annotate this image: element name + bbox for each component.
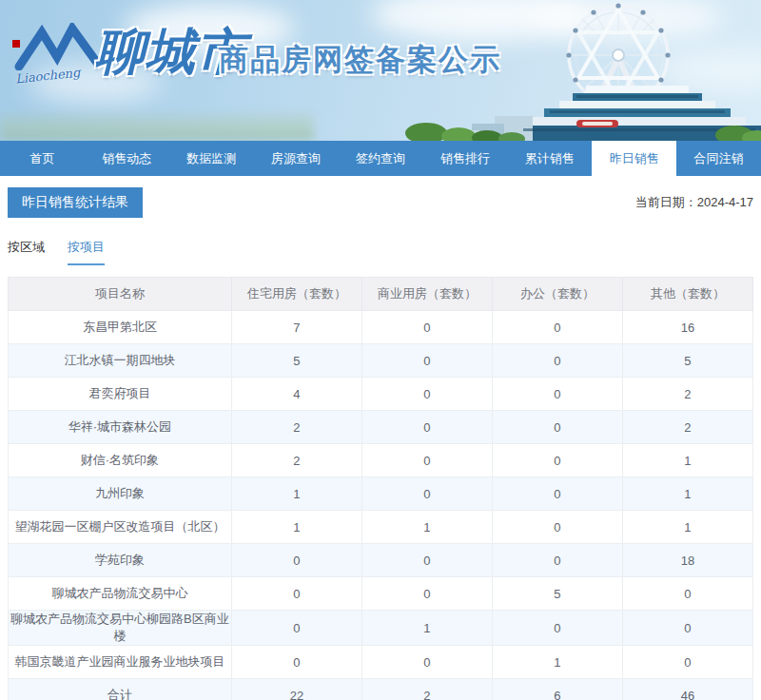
column-header-office: 办公（套数） bbox=[492, 278, 622, 311]
project-name-cell: 合计 bbox=[9, 679, 232, 700]
count-cell: 2 bbox=[231, 444, 361, 477]
count-cell: 1 bbox=[622, 511, 752, 544]
project-name-cell: 聊城农产品物流交易中心柳园路B区商业楼 bbox=[9, 611, 232, 646]
table-row: 聊城农产品物流交易中心柳园路B区商业楼0100 bbox=[9, 611, 753, 646]
tab-by-project[interactable]: 按项目 bbox=[68, 239, 105, 265]
count-cell: 1 bbox=[231, 477, 361, 511]
count-cell: 1 bbox=[231, 511, 361, 544]
site-logo[interactable]: Liaocheng bbox=[11, 23, 102, 86]
header-banner: Liaocheng 聊城市 商品房网签备案公示 bbox=[0, 0, 761, 141]
project-name-cell: 学苑印象 bbox=[9, 544, 232, 577]
project-name-cell: 韩国京畿道产业园商业服务业地块项目 bbox=[9, 646, 232, 679]
table-row: 江北水镇一期四地块5005 bbox=[9, 344, 753, 378]
liaocheng-logo-icon bbox=[11, 23, 102, 70]
count-cell: 0 bbox=[361, 544, 492, 577]
column-header-other: 其他（套数） bbox=[622, 278, 752, 311]
project-name-cell: 九州印象 bbox=[9, 477, 232, 511]
nav-item-home[interactable]: 首页 bbox=[0, 141, 85, 176]
count-cell: 0 bbox=[492, 411, 622, 444]
nav-item-data-monitoring[interactable]: 数据监测 bbox=[169, 141, 254, 176]
count-cell: 0 bbox=[231, 611, 361, 646]
project-name-cell: 望湖花园一区棚户区改造项目（北区） bbox=[9, 511, 232, 544]
count-cell: 0 bbox=[361, 646, 492, 679]
view-tabs: 按区域 按项目 bbox=[8, 239, 753, 265]
count-cell: 0 bbox=[492, 444, 622, 477]
count-cell: 0 bbox=[361, 344, 492, 378]
count-cell: 5 bbox=[231, 344, 361, 378]
count-cell: 0 bbox=[622, 577, 752, 611]
main-nav: 首页 销售动态 数据监测 房源查询 签约查询 销售排行 累计销售 昨日销售 合同… bbox=[0, 141, 761, 176]
table-row: 华祥·城市森林公园2002 bbox=[9, 411, 753, 444]
count-cell: 0 bbox=[622, 646, 752, 679]
project-name-cell: 聊城农产品物流交易中心 bbox=[9, 577, 232, 611]
count-cell: 1 bbox=[622, 444, 752, 477]
table-row: 韩国京畿道产业园商业服务业地块项目0010 bbox=[9, 646, 753, 679]
table-row: 聊城农产品物流交易中心0050 bbox=[9, 577, 753, 611]
count-cell: 0 bbox=[492, 544, 622, 577]
count-cell: 0 bbox=[361, 411, 492, 444]
count-cell: 0 bbox=[361, 477, 492, 511]
nav-item-contract-cancellation[interactable]: 合同注销 bbox=[676, 141, 761, 176]
nav-item-housing-search[interactable]: 房源查询 bbox=[254, 141, 339, 176]
column-header-project: 项目名称 bbox=[9, 278, 232, 311]
section-title-badge: 昨日销售统计结果 bbox=[8, 187, 143, 218]
project-name-cell: 华祥·城市森林公园 bbox=[9, 411, 232, 444]
sales-statistics-table: 项目名称 住宅用房（套数） 商业用房（套数） 办公（套数） 其他（套数） 东昌甲… bbox=[8, 277, 753, 700]
count-cell: 1 bbox=[492, 646, 622, 679]
count-cell: 2 bbox=[622, 378, 752, 411]
project-name-cell: 财信·名筑印象 bbox=[9, 444, 232, 477]
column-header-residential: 住宅用房（套数） bbox=[231, 278, 361, 311]
column-header-commercial: 商业用房（套数） bbox=[361, 278, 492, 311]
count-cell: 22 bbox=[231, 679, 361, 700]
riverbank-illustration bbox=[0, 108, 314, 141]
count-cell: 0 bbox=[492, 511, 622, 544]
project-name-cell: 江北水镇一期四地块 bbox=[9, 344, 232, 378]
nav-item-yesterday-sales[interactable]: 昨日销售 bbox=[592, 141, 676, 176]
table-header-row: 项目名称 住宅用房（套数） 商业用房（套数） 办公（套数） 其他（套数） bbox=[9, 278, 753, 311]
count-cell: 2 bbox=[622, 411, 752, 444]
count-cell: 7 bbox=[231, 311, 361, 344]
current-date: 当前日期：2024-4-17 bbox=[635, 194, 753, 211]
count-cell: 0 bbox=[361, 444, 492, 477]
main-content: 昨日销售统计结果 当前日期：2024-4-17 按区域 按项目 项目名称 住宅用… bbox=[0, 176, 761, 700]
table-row: 学苑印象00018 bbox=[9, 544, 753, 577]
nav-item-cumulative-sales[interactable]: 累计销售 bbox=[507, 141, 592, 176]
table-row: 财信·名筑印象2001 bbox=[9, 444, 753, 477]
nav-item-sales-ranking[interactable]: 销售排行 bbox=[422, 141, 507, 176]
tab-by-region[interactable]: 按区域 bbox=[8, 239, 45, 265]
count-cell: 46 bbox=[622, 679, 752, 700]
count-cell: 4 bbox=[231, 378, 361, 411]
count-cell: 5 bbox=[492, 577, 622, 611]
table-row: 东昌甲第北区70016 bbox=[9, 311, 753, 344]
count-cell: 0 bbox=[361, 311, 492, 344]
count-cell: 0 bbox=[231, 577, 361, 611]
count-cell: 5 bbox=[622, 344, 752, 378]
count-cell: 0 bbox=[361, 378, 492, 411]
count-cell: 16 bbox=[622, 311, 752, 344]
count-cell: 1 bbox=[361, 611, 492, 646]
table-row: 望湖花园一区棚户区改造项目（北区）1101 bbox=[9, 511, 753, 544]
nav-item-sales-dynamics[interactable]: 销售动态 bbox=[85, 141, 169, 176]
table-body: 东昌甲第北区70016江北水镇一期四地块5005君奕府项目4002华祥·城市森林… bbox=[9, 311, 753, 700]
table-row: 合计222646 bbox=[9, 679, 753, 700]
count-cell: 0 bbox=[361, 577, 492, 611]
nav-item-contract-search[interactable]: 签约查询 bbox=[339, 141, 423, 176]
count-cell: 2 bbox=[231, 411, 361, 444]
date-label: 当前日期： bbox=[635, 195, 697, 209]
count-cell: 1 bbox=[361, 511, 492, 544]
count-cell: 0 bbox=[622, 611, 752, 646]
count-cell: 0 bbox=[492, 611, 622, 646]
table-row: 君奕府项目4002 bbox=[9, 378, 753, 411]
count-cell: 0 bbox=[231, 544, 361, 577]
count-cell: 2 bbox=[361, 679, 492, 700]
count-cell: 1 bbox=[622, 477, 752, 511]
date-value: 2024-4-17 bbox=[697, 195, 753, 209]
count-cell: 0 bbox=[492, 477, 622, 511]
count-cell: 6 bbox=[492, 679, 622, 700]
count-cell: 0 bbox=[492, 311, 622, 344]
table-row: 九州印象1001 bbox=[9, 477, 753, 511]
count-cell: 0 bbox=[231, 646, 361, 679]
count-cell: 18 bbox=[622, 544, 752, 577]
count-cell: 0 bbox=[492, 378, 622, 411]
project-name-cell: 东昌甲第北区 bbox=[9, 311, 232, 344]
